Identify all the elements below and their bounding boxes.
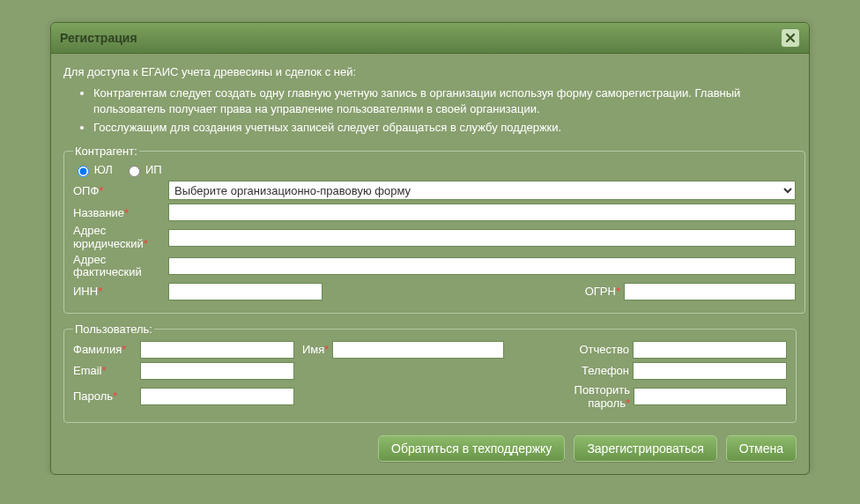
label-password2: Повторить пароль* xyxy=(558,383,630,410)
input-inn[interactable] xyxy=(168,283,322,300)
info-list: Контрагентам следует создать одну главну… xyxy=(63,85,797,136)
label-name: Название* xyxy=(73,206,168,219)
close-button[interactable] xyxy=(781,28,800,48)
input-fact-addr[interactable] xyxy=(168,257,796,275)
radio-ip-text: ИП xyxy=(145,163,162,176)
input-ogrn[interactable] xyxy=(624,283,796,300)
info-intro: Для доступа к ЕГАИС учета древесины и сд… xyxy=(63,64,797,80)
input-legal-addr[interactable] xyxy=(168,229,796,247)
cancel-button[interactable]: Отмена xyxy=(726,435,797,462)
label-legal-addr: Адрес юридический* xyxy=(73,225,168,250)
row-legal-addr: Адрес юридический* xyxy=(73,225,796,250)
label-opf: ОПФ* xyxy=(73,184,168,197)
contragent-legend: Контрагент: xyxy=(73,145,139,158)
contragent-type-row: ЮЛ ИП xyxy=(73,163,796,178)
dialog-titlebar: Регистрация xyxy=(51,23,809,54)
label-lastname: Фамилия* xyxy=(73,343,137,356)
radio-ul[interactable] xyxy=(78,166,89,177)
label-phone: Телефон xyxy=(582,364,629,377)
input-name[interactable] xyxy=(168,204,796,221)
input-phone[interactable] xyxy=(633,362,787,380)
label-email: Email* xyxy=(73,364,137,377)
label-patronymic: Отчество xyxy=(579,343,629,356)
row-email-phone: Email* Телефон xyxy=(73,362,787,380)
registration-dialog: Регистрация Для доступа к ЕГАИС учета др… xyxy=(50,22,810,475)
info-block: Для доступа к ЕГАИС учета древесины и сд… xyxy=(63,64,797,136)
input-patronymic[interactable] xyxy=(633,341,787,359)
label-ogrn: ОГРН* xyxy=(585,285,620,298)
label-inn: ИНН* xyxy=(73,285,168,298)
row-fio: Фамилия* Имя* Отчество xyxy=(73,341,787,359)
input-firstname[interactable] xyxy=(332,341,504,359)
info-point-1: Контрагентам следует создать одну главну… xyxy=(93,85,797,117)
input-lastname[interactable] xyxy=(140,341,294,359)
info-point-2: Госслужащим для создания учетных записей… xyxy=(93,120,797,136)
row-opf: ОПФ* Выберите организационно-правовую фо… xyxy=(73,181,796,200)
label-firstname: Имя* xyxy=(302,343,329,356)
dialog-title: Регистрация xyxy=(60,31,137,45)
input-password2[interactable] xyxy=(634,388,787,405)
button-bar: Обратиться в техподдержку Зарегистрирова… xyxy=(63,435,797,462)
register-button[interactable]: Зарегистрироваться xyxy=(574,435,716,462)
row-fact-addr: Адрес фактический xyxy=(73,254,796,279)
label-password: Пароль* xyxy=(73,389,137,403)
user-fieldset: Пользователь: Фамилия* Имя* Отчество Ema… xyxy=(63,322,797,423)
contragent-fieldset: Контрагент: ЮЛ ИП ОПФ* Выберите организа… xyxy=(63,145,805,314)
user-legend: Пользователь: xyxy=(73,322,154,336)
input-password[interactable] xyxy=(140,388,294,405)
row-inn-ogrn: ИНН* ОГРН* xyxy=(73,283,796,300)
row-passwords: Пароль* Повторить пароль* xyxy=(73,383,787,410)
radio-ul-text: ЮЛ xyxy=(94,163,113,176)
support-button[interactable]: Обратиться в техподдержку xyxy=(378,435,565,462)
close-icon xyxy=(785,33,796,43)
radio-ul-label[interactable]: ЮЛ xyxy=(73,163,115,176)
select-opf[interactable]: Выберите организационно-правовую форму xyxy=(168,181,796,200)
row-name: Название* xyxy=(73,204,796,221)
dialog-content: Для доступа к ЕГАИС учета древесины и сд… xyxy=(51,54,809,474)
radio-ip[interactable] xyxy=(129,166,140,177)
label-fact-addr: Адрес фактический xyxy=(73,254,168,279)
input-email[interactable] xyxy=(140,362,294,380)
radio-ip-label[interactable]: ИП xyxy=(124,163,161,176)
